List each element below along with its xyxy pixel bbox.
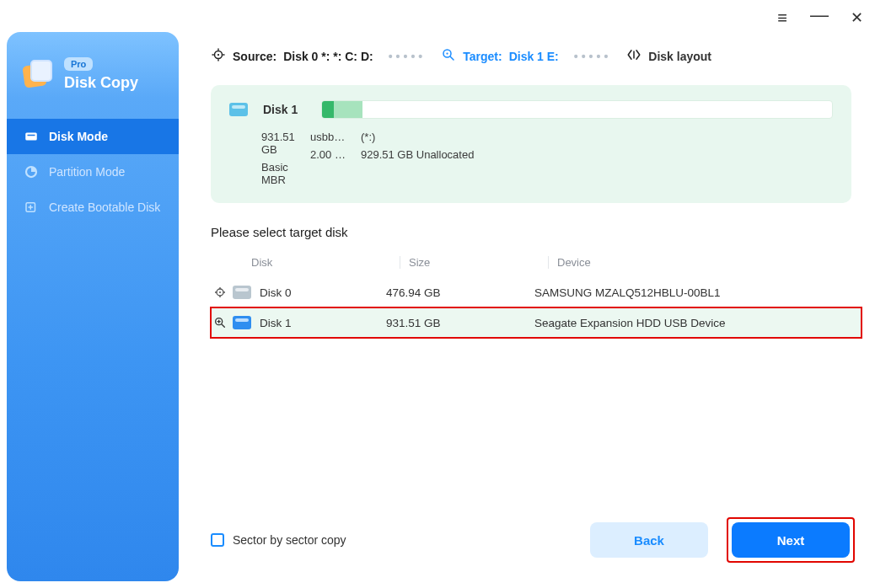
pie-icon	[24, 164, 39, 179]
disk-size: 476.94 GB	[378, 286, 526, 299]
disk-icon	[233, 316, 251, 329]
layout-arrows-icon	[626, 47, 641, 65]
minimize-button[interactable]: —	[810, 6, 829, 24]
partition-seg-1	[322, 101, 334, 118]
disk-name: Disk 0	[260, 286, 378, 299]
step-source-label: Source:	[233, 50, 276, 63]
svg-point-7	[447, 52, 448, 54]
col-disk: Disk	[251, 256, 400, 269]
sidebar: Pro Disk Copy Disk Mode Partition Mode	[7, 32, 179, 581]
svg-rect-0	[25, 133, 37, 141]
target-disk-summary: Disk 1 931.51 GB Basic MBR usbb… 2.00 … …	[211, 85, 851, 203]
table-row[interactable]: Disk 1 931.51 GB Seagate Expansion HDD U…	[211, 307, 862, 338]
plus-disk-icon	[24, 200, 39, 215]
summary-disk-name: Disk 1	[263, 103, 298, 116]
disk-device: Seagate Expansion HDD USB Device	[526, 317, 862, 329]
table-header: Disk Size Device	[211, 251, 862, 277]
sector-copy-checkbox[interactable]: Sector by sector copy	[211, 533, 346, 547]
checkbox-icon	[211, 533, 224, 547]
step-disk-layout[interactable]: Disk layout	[626, 47, 711, 65]
summary-p1-name: usbb…	[310, 131, 361, 143]
svg-point-9	[219, 291, 221, 293]
partition-seg-2	[334, 101, 362, 118]
step-source[interactable]: Source: Disk 0 *: *: C: D:	[211, 47, 373, 65]
target-magnifier-icon	[211, 316, 229, 329]
sidebar-item-partition-mode[interactable]: Partition Mode	[7, 154, 179, 190]
disk-icon	[24, 129, 39, 144]
step-layout-label: Disk layout	[648, 50, 711, 63]
disk-device: SAMSUNG MZALQ512HBLU-00BL1	[526, 286, 862, 299]
summary-p2-name: (*:)	[361, 131, 474, 143]
crosshair-icon	[211, 47, 226, 65]
summary-type: Basic MBR	[229, 161, 310, 186]
summary-size: 931.51 GB	[229, 131, 310, 156]
crosshair-icon	[211, 286, 229, 299]
partition-bar	[321, 100, 833, 119]
app-logo-icon	[24, 60, 54, 90]
step-separator: •••••	[389, 50, 427, 63]
brand: Pro Disk Copy	[7, 57, 179, 114]
wizard-steps: Source: Disk 0 *: *: C: D: ••••• Target:…	[211, 47, 855, 65]
app-name: Disk Copy	[64, 74, 138, 92]
pro-badge: Pro	[64, 57, 93, 71]
instruction-text: Please select target disk	[211, 225, 855, 239]
close-button[interactable]: ✕	[851, 10, 863, 25]
sidebar-item-create-bootable[interactable]: Create Bootable Disk	[7, 190, 179, 225]
svg-rect-1	[28, 135, 35, 136]
step-target[interactable]: Target: Disk 1 E:	[441, 47, 559, 65]
footer: Sector by sector copy Back Next	[211, 517, 855, 563]
disk-icon	[233, 286, 251, 299]
summary-p2-size: 929.51 GB Unallocated	[361, 148, 474, 161]
back-button[interactable]: Back	[590, 522, 708, 558]
disk-table: Disk Size Device Disk 0 476.94 GB SAMSUN…	[211, 251, 862, 338]
sidebar-item-label: Disk Mode	[49, 130, 108, 143]
step-source-value: Disk 0 *: *: C: D:	[283, 50, 373, 63]
step-target-label: Target:	[463, 50, 502, 63]
window-controls: ≡ — ✕	[777, 8, 863, 27]
col-size: Size	[400, 256, 548, 269]
table-row[interactable]: Disk 0 476.94 GB SAMSUNG MZALQ512HBLU-00…	[211, 277, 862, 307]
next-button-highlight: Next	[727, 517, 855, 563]
next-button[interactable]: Next	[732, 522, 850, 558]
main-panel: Source: Disk 0 *: *: C: D: ••••• Target:…	[211, 47, 855, 575]
svg-point-5	[217, 54, 219, 56]
col-device: Device	[548, 256, 862, 269]
disk-icon	[229, 103, 248, 116]
sidebar-nav: Disk Mode Partition Mode Create Bootable…	[7, 119, 179, 225]
summary-p1-size: 2.00 …	[310, 148, 361, 161]
disk-size: 931.51 GB	[378, 317, 526, 329]
app-window: ≡ — ✕ Pro Disk Copy Disk Mode	[0, 0, 875, 588]
disk-name: Disk 1	[260, 317, 378, 329]
target-magnifier-icon	[441, 47, 456, 65]
menu-icon[interactable]: ≡	[777, 9, 788, 26]
step-target-value: Disk 1 E:	[509, 50, 559, 63]
step-separator: •••••	[574, 50, 612, 63]
sidebar-item-label: Partition Mode	[49, 165, 125, 179]
sector-copy-label: Sector by sector copy	[233, 533, 346, 547]
sidebar-item-label: Create Bootable Disk	[49, 200, 160, 214]
sidebar-item-disk-mode[interactable]: Disk Mode	[7, 119, 179, 154]
